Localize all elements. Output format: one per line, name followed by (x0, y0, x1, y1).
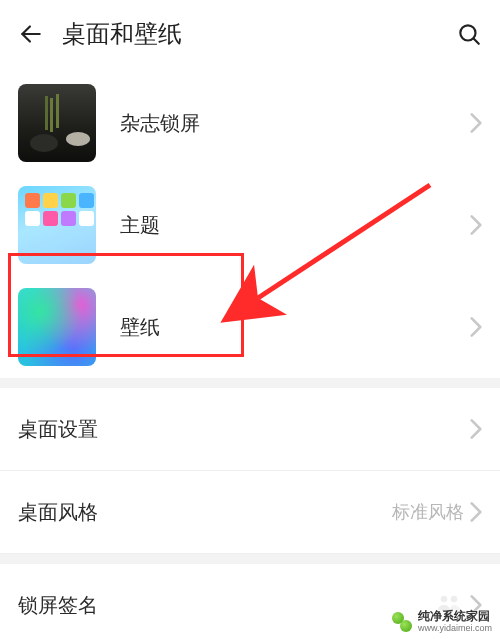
list-item-label: 桌面设置 (18, 416, 470, 443)
list-item-value: 标准风格 (392, 500, 464, 524)
back-icon[interactable] (18, 21, 44, 47)
thumbnail-theme (18, 186, 96, 264)
chevron-right-icon (470, 215, 482, 235)
list-item-label: 壁纸 (120, 314, 470, 341)
chevron-right-icon (470, 317, 482, 337)
watermark-url: www.yidaimei.com (418, 624, 492, 633)
list-item-desktop-style[interactable]: 桌面风格 标准风格 (0, 471, 500, 554)
svg-point-3 (441, 596, 447, 602)
list-item-desktop-settings[interactable]: 桌面设置 (0, 388, 500, 471)
chevron-right-icon (470, 113, 482, 133)
thumbnail-wallpaper (18, 288, 96, 366)
list-item-label: 杂志锁屏 (120, 110, 470, 137)
search-icon[interactable] (456, 21, 482, 47)
svg-point-4 (451, 596, 457, 602)
list-item-theme[interactable]: 主题 (0, 174, 500, 276)
list-item-label: 主题 (120, 212, 470, 239)
watermark-logo (392, 612, 412, 632)
settings-list: 杂志锁屏 主题 壁纸 桌面设置 (0, 72, 500, 639)
section-divider (0, 378, 500, 388)
page-title: 桌面和壁纸 (62, 18, 456, 50)
chevron-right-icon (470, 419, 482, 439)
watermark: 纯净系统家园 www.yidaimei.com (392, 610, 492, 633)
list-item-wallpaper[interactable]: 壁纸 (0, 276, 500, 378)
thumbnail-magazine-lock (18, 84, 96, 162)
svg-line-2 (474, 39, 479, 44)
list-item-label: 桌面风格 (18, 499, 392, 526)
header: 桌面和壁纸 (0, 0, 500, 72)
list-item-magazine-lock[interactable]: 杂志锁屏 (0, 72, 500, 174)
list-item-label: 锁屏签名 (18, 592, 436, 619)
section-divider (0, 554, 500, 564)
watermark-title: 纯净系统家园 (418, 610, 492, 622)
chevron-right-icon (470, 502, 482, 522)
